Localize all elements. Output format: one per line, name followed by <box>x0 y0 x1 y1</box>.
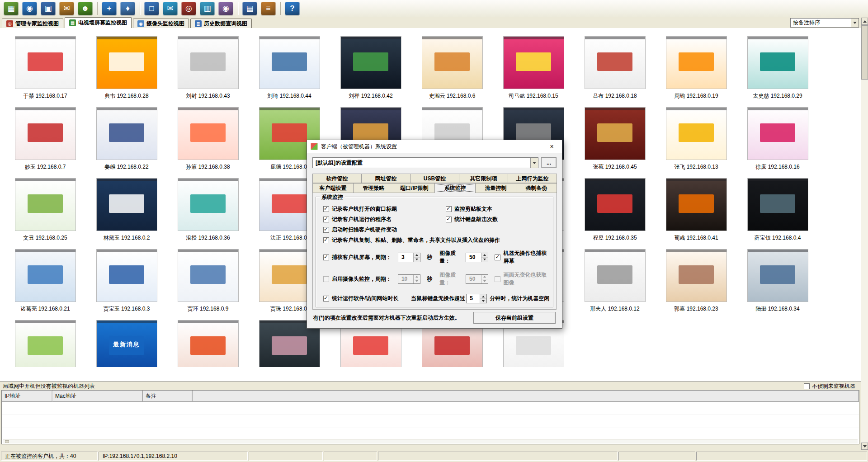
machine-thumbnail[interactable] <box>585 178 646 231</box>
capture-quality-spinner[interactable]: 50 <box>466 253 488 262</box>
settings-tab[interactable]: 客户端设置 <box>312 183 354 193</box>
machine-tile[interactable]: 文丑 192.168.0.25 <box>5 178 86 249</box>
machine-thumbnail[interactable] <box>747 36 808 89</box>
help-icon[interactable]: ? <box>285 2 300 15</box>
machine-tile[interactable]: 程昱 192.168.0.35 <box>574 178 656 249</box>
checkbox-icon[interactable] <box>323 255 329 260</box>
sort-order-combobox[interactable]: 按备注排序 <box>790 18 859 28</box>
machine-tile[interactable] <box>5 320 86 367</box>
settings-tab[interactable]: 流量控制 <box>475 183 516 193</box>
machine-thumbnail[interactable] <box>15 107 76 160</box>
machine-thumbnail[interactable] <box>666 36 727 89</box>
machine-thumbnail[interactable] <box>585 107 646 160</box>
checkbox-icon[interactable] <box>446 206 452 212</box>
checkbox-icon[interactable] <box>323 206 329 212</box>
dialog-titlebar[interactable]: 客户端（被管理机器）系统设置 × <box>307 140 562 153</box>
mail-photo-icon[interactable]: ✉ <box>59 2 74 15</box>
machine-tile[interactable]: 沮授 192.168.0.36 <box>167 178 249 249</box>
profile-combo-dropdown-button[interactable] <box>530 158 538 168</box>
screen-settings-icon[interactable]: ▣ <box>41 2 56 15</box>
spinner-arrows[interactable] <box>481 253 488 262</box>
checkbox-icon[interactable] <box>323 237 329 243</box>
idle-minutes-spinner[interactable]: 5 <box>466 294 487 303</box>
machine-tile[interactable]: 刘琦 192.168.0.44 <box>249 36 330 107</box>
machine-thumbnail[interactable] <box>747 249 808 302</box>
machine-thumbnail[interactable] <box>259 36 320 89</box>
machine-tile[interactable]: 刘封 192.168.0.43 <box>167 36 249 107</box>
column-header[interactable]: 备注 <box>143 391 193 401</box>
machine-tile[interactable]: 郭嘉 192.168.0.23 <box>656 249 737 320</box>
settings-tab[interactable]: 端口/IP限制 <box>394 183 435 193</box>
capture-period-spinner[interactable]: 3 <box>398 253 420 262</box>
machine-tile[interactable] <box>167 320 249 367</box>
scroll-grip[interactable] <box>5 440 9 443</box>
settings-tab[interactable]: 上网行为监控 <box>508 174 557 183</box>
dialog-close-button[interactable]: × <box>542 140 562 153</box>
checkbox-icon[interactable] <box>495 255 500 260</box>
view-tab-tv-wall[interactable]: ▦电视墙屏幕监控视图 <box>65 17 132 28</box>
machine-tile[interactable]: 最新消息 <box>86 320 167 367</box>
user-list-icon[interactable]: ≡ <box>261 2 276 15</box>
machine-thumbnail[interactable] <box>585 249 646 302</box>
mail-reply-icon[interactable]: ✉ <box>163 2 178 15</box>
vertical-scrollbar[interactable] <box>861 18 868 450</box>
settings-tab[interactable]: 其它限制项 <box>459 174 508 183</box>
machine-thumbnail[interactable] <box>340 36 401 89</box>
machine-thumbnail[interactable] <box>666 249 727 302</box>
machine-thumbnail[interactable] <box>178 107 239 160</box>
cd-record-icon[interactable]: ◉ <box>218 2 233 15</box>
profile-browse-button[interactable]: ... <box>541 157 557 168</box>
machine-tile[interactable]: 荀彧 192.168.0.41 <box>656 178 737 249</box>
machine-tile[interactable]: 周瑜 192.168.0.19 <box>656 36 737 107</box>
save-group-settings-button[interactable]: 保存当前组设置 <box>473 312 556 324</box>
machine-thumbnail[interactable] <box>585 36 646 89</box>
machine-tile[interactable]: 张苞 192.168.0.45 <box>574 107 656 178</box>
table-horizontal-scroll-area[interactable] <box>3 439 858 443</box>
machine-thumbnail[interactable] <box>96 107 157 160</box>
no-detect-checkbox[interactable]: 不侦测未监视机器 <box>804 382 855 390</box>
view-tab-expert-monitor[interactable]: ◎管理专家监控视图 <box>2 19 63 28</box>
repair-tools-icon[interactable]: + <box>102 2 117 15</box>
machine-tile[interactable]: 史湘云 192.168.0.6 <box>411 36 493 107</box>
machine-tile[interactable]: 贾环 192.168.0.9 <box>167 249 249 320</box>
search-log-icon[interactable]: ◎ <box>181 2 196 15</box>
machine-tile[interactable]: 徐庶 192.168.0.16 <box>737 107 818 178</box>
spinner-arrows[interactable] <box>413 253 420 262</box>
users-group-icon[interactable]: ☻ <box>78 2 93 15</box>
scrollbar-thumb[interactable] <box>861 25 868 80</box>
machine-tile[interactable]: 张飞 192.168.0.13 <box>656 107 737 178</box>
machine-tile[interactable]: 诸葛亮 192.168.0.21 <box>5 249 86 320</box>
machine-thumbnail[interactable] <box>15 178 76 231</box>
machine-thumbnail[interactable] <box>15 36 76 89</box>
machine-tile[interactable]: 陆逊 192.168.0.34 <box>737 249 818 320</box>
machine-tile[interactable]: 孙策 192.168.0.38 <box>167 107 249 178</box>
settings-tab[interactable]: USB管控 <box>410 174 459 183</box>
machine-thumbnail[interactable] <box>178 36 239 89</box>
checkbox-icon[interactable] <box>323 217 329 222</box>
view-tab-camera[interactable]: ◉摄像头监控视图 <box>133 19 189 28</box>
column-header[interactable]: IP地址 <box>2 391 52 401</box>
view-tab-history-query[interactable]: ≣历史数据查询视图 <box>190 19 252 28</box>
machine-thumbnail[interactable] <box>178 320 239 367</box>
machine-thumbnail[interactable] <box>422 36 483 89</box>
profile-combobox[interactable]: [默认组]的设置配置 <box>312 157 538 168</box>
web-page-icon[interactable]: ◉ <box>22 2 37 15</box>
settings-tab[interactable]: 软件管控 <box>312 174 362 183</box>
remote-screen-icon[interactable]: □ <box>144 2 159 15</box>
app-window-icon[interactable]: ▦ <box>4 2 19 15</box>
column-header[interactable]: Mac地址 <box>52 391 143 401</box>
machine-thumbnail[interactable] <box>15 249 76 302</box>
machine-tile[interactable]: 林黛玉 192.168.0.2 <box>86 178 167 249</box>
machine-tile[interactable]: 姜维 192.168.0.22 <box>86 107 167 178</box>
machine-tile[interactable]: 典韦 192.168.0.28 <box>86 36 167 107</box>
checkbox-icon[interactable] <box>323 227 329 233</box>
machine-tile[interactable]: 邢夫人 192.168.0.12 <box>574 249 656 320</box>
machine-tile[interactable]: 吕布 192.168.0.18 <box>574 36 656 107</box>
machine-tile[interactable]: 薛宝钗 192.168.0.4 <box>737 178 818 249</box>
machine-tile[interactable]: 司马懿 192.168.0.15 <box>493 36 574 107</box>
machine-thumbnail[interactable] <box>747 107 808 160</box>
spinner-arrows[interactable] <box>480 294 486 303</box>
multi-screen-icon[interactable]: ▥ <box>200 2 215 15</box>
machine-tile[interactable]: 太史慈 192.168.0.29 <box>737 36 818 107</box>
settings-tab[interactable]: 强制备份 <box>516 183 557 193</box>
